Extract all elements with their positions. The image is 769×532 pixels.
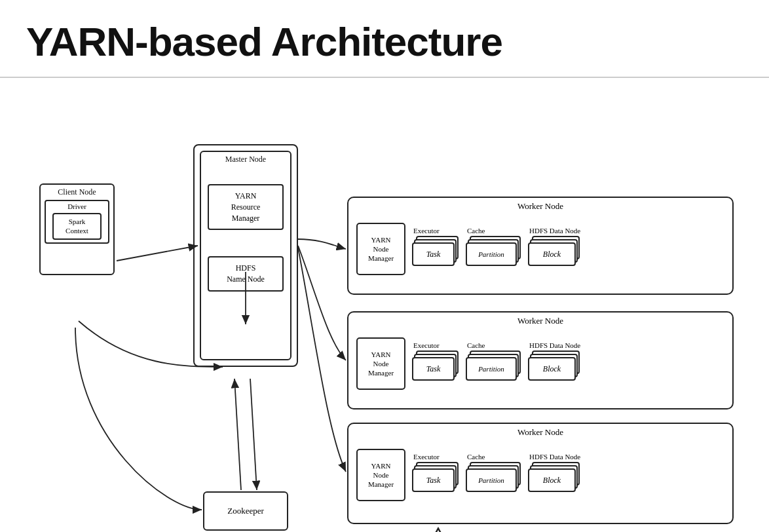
cache-group-3: Cache Partition <box>466 453 521 497</box>
worker-node-3-label: Worker Node <box>348 424 732 439</box>
hdfs-nn-label: HDFSName Node <box>212 263 280 285</box>
page-title: YARN-based Architecture <box>26 18 743 65</box>
block-card-2c: Block <box>528 357 576 381</box>
executor-label-3: Executor <box>413 453 440 461</box>
arrow-client-to-master <box>117 246 198 261</box>
worker-node-3-inner: YARNNodeManager Executor Task Cache Part… <box>348 439 732 511</box>
task-stack-3: Task <box>412 462 459 497</box>
cache-label-1: Cache <box>467 227 485 235</box>
block-card-1c: Block <box>528 242 576 266</box>
executor-group-3: Executor Task <box>412 453 459 497</box>
executor-group-1: Executor Task <box>412 227 459 271</box>
arrow-master-to-wn3 <box>298 248 346 472</box>
spark-context-box: SparkContext <box>52 213 102 240</box>
executor-label-2: Executor <box>413 341 440 349</box>
cache-group-2: Cache Partition <box>466 341 521 386</box>
partition-card-2c: Partition <box>466 357 517 381</box>
hdfs-namenode-box: HDFSName Node <box>208 256 284 292</box>
slide: YARN-based Architecture Client Node Driv… <box>0 0 769 532</box>
task-stack-2: Task <box>412 351 459 386</box>
worker-node-3: Worker Node YARNNodeManager Executor Tas… <box>347 423 734 524</box>
cache-label-2: Cache <box>467 341 485 349</box>
hdfs-dn-label-2: HDFS Data Node <box>529 341 580 349</box>
executor-group-2: Executor Task <box>412 341 459 386</box>
executor-label-1: Executor <box>413 227 440 235</box>
worker-node-2-label: Worker Node <box>348 313 732 328</box>
block-stack-2: Block <box>528 351 580 386</box>
partition-card-3c: Partition <box>466 468 517 492</box>
title-area: YARN-based Architecture <box>0 0 769 78</box>
hdfs-dn-group-1: HDFS Data Node Block <box>528 227 580 271</box>
partition-stack-1: Partition <box>466 236 521 271</box>
block-stack-3: Block <box>528 462 580 497</box>
block-card-3c: Block <box>528 468 576 492</box>
master-node-label: Master Node <box>201 152 290 164</box>
hdfs-dn-group-2: HDFS Data Node Block <box>528 341 580 386</box>
task-card-1c: Task <box>412 242 455 266</box>
task-card-2c: Task <box>412 357 455 381</box>
worker-node-1: Worker Node YARNNodeManager Executor Tas… <box>347 197 734 295</box>
arrow-master-to-wn1 <box>298 239 346 249</box>
yarn-nm-3: YARNNodeManager <box>356 449 405 501</box>
arrow-master-to-zk-down <box>250 379 257 490</box>
worker-node-2-inner: YARNNodeManager Executor Task Cache Part… <box>348 328 732 400</box>
zookeeper-box: Zookeeper <box>203 491 288 531</box>
hdfs-dn-label-3: HDFS Data Node <box>529 453 580 461</box>
task-card-3c: Task <box>412 468 455 492</box>
driver-label: Driver <box>48 202 105 210</box>
worker-node-1-inner: YARNNodeManager Executor Task Cache Part… <box>348 213 732 285</box>
cache-label-3: Cache <box>467 453 485 461</box>
yarn-resource-manager-box: YARNResourceManager <box>208 184 284 230</box>
yarn-nm-2: YARNNodeManager <box>356 337 405 390</box>
worker-node-2: Worker Node YARNNodeManager Executor Tas… <box>347 311 734 409</box>
spark-context-label: SparkContext <box>56 217 98 236</box>
yarn-rm-label: YARNResourceManager <box>212 191 280 223</box>
worker-node-1-label: Worker Node <box>348 198 732 213</box>
arrow-client-hdfs-2 <box>75 328 202 510</box>
client-node-label: Client Node <box>41 185 113 199</box>
yarn-nm-1: YARNNodeManager <box>356 223 405 275</box>
partition-stack-3: Partition <box>466 462 521 497</box>
cache-group-1: Cache Partition <box>466 227 521 271</box>
hdfs-dn-label-1: HDFS Data Node <box>529 227 580 235</box>
arrow-master-to-wn2 <box>298 246 346 360</box>
driver-box: Driver SparkContext <box>45 200 109 244</box>
block-stack-1: Block <box>528 236 580 271</box>
diagram-area: Client Node Driver SparkContext Master N… <box>0 85 769 531</box>
partition-card-1c: Partition <box>466 242 517 266</box>
zookeeper-label: Zookeeper <box>227 506 264 516</box>
master-node-inner: Master Node YARNResourceManager HDFSName… <box>200 151 291 360</box>
arrow-zk-to-master-up <box>234 379 241 490</box>
partition-stack-2: Partition <box>466 351 521 386</box>
task-stack-1: Task <box>412 236 459 271</box>
client-node: Client Node Driver SparkContext <box>39 183 115 275</box>
hdfs-dn-group-3: HDFS Data Node Block <box>528 453 580 497</box>
